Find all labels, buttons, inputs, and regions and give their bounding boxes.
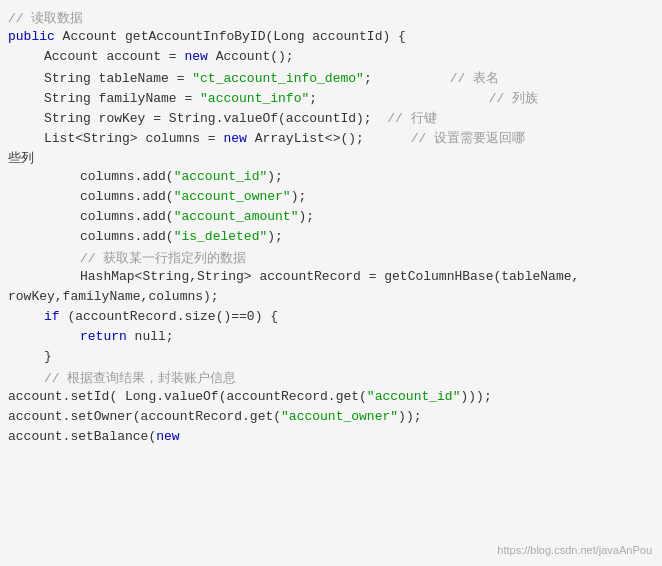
code-line: if (accountRecord.size()==0) { [0,308,662,328]
code-token: columns.add( [80,229,174,244]
code-token: account = [99,49,185,64]
code-token: ); [267,229,283,244]
code-token: ; [309,91,317,106]
code-token: rowKey,familyName,columns); [8,289,219,304]
code-token: new [184,49,207,64]
code-token: Account(); [208,49,294,64]
code-token: // 行键 [372,111,437,126]
code-token: null; [127,329,174,344]
code-token: "account_amount" [174,209,299,224]
code-line: // 获取某一行指定列的数据 [0,248,662,268]
code-viewer: // 读取数据public Account getAccountInfoByID… [0,0,662,566]
code-token: "ct_account_info_demo" [192,71,364,86]
code-token: tableName = [91,71,192,86]
code-token: account.setOwner(accountRecord.get( [8,409,281,424]
code-token: // 设置需要返回哪 [364,131,525,146]
code-token: 些列 [8,151,34,166]
code-token: List<String> columns = [44,131,223,146]
code-token: "account_owner" [174,189,291,204]
code-token: ; [364,71,372,86]
code-line: 些列 [0,148,662,168]
code-line: // 根据查询结果，封装账户信息 [0,368,662,388]
code-token: rowKey = String.valueOf(accountId); [91,111,372,126]
code-token: familyName = [91,91,200,106]
code-token: String [44,91,91,106]
code-token: // 列族 [317,91,538,106]
code-token: // 根据查询结果，封装账户信息 [44,371,236,386]
code-token: String [44,111,91,126]
code-token: ); [291,189,307,204]
watermark-text: https://blog.csdn.net/javaAnPou [497,544,652,556]
code-line: Account account = new Account(); [0,48,662,68]
code-token: ); [267,169,283,184]
code-line: } [0,348,662,368]
code-token: (accountRecord.size()==0) { [60,309,278,324]
code-line: account.setOwner(accountRecord.get("acco… [0,408,662,428]
code-token: if [44,309,60,324]
code-token: "account_info" [200,91,309,106]
code-line: rowKey,familyName,columns); [0,288,662,308]
code-token: String [44,71,91,86]
code-token: new [156,429,179,444]
code-token: ); [298,209,314,224]
code-line: columns.add("is_deleted"); [0,228,662,248]
code-token: // 获取某一行指定列的数据 [80,251,246,266]
code-token: public [8,29,55,44]
code-token: )); [398,409,421,424]
code-token: return [80,329,127,344]
code-line: columns.add("account_id"); [0,168,662,188]
code-token: Account [44,49,99,64]
code-token: "account_owner" [281,409,398,424]
code-token: "is_deleted" [174,229,268,244]
code-token: // 读取数据 [8,11,83,26]
code-line: HashMap<String,String> accountRecord = g… [0,268,662,288]
code-line: String tableName = "ct_account_info_demo… [0,68,662,88]
code-token: "account_id" [367,389,461,404]
code-line: account.setId( Long.valueOf(accountRecor… [0,388,662,408]
code-line: columns.add("account_owner"); [0,188,662,208]
code-line: List<String> columns = new ArrayList<>()… [0,128,662,148]
code-line: public Account getAccountInfoByID(Long a… [0,28,662,48]
code-line: columns.add("account_amount"); [0,208,662,228]
code-token: columns.add( [80,169,174,184]
code-token: account.setBalance( [8,429,156,444]
code-token: new [223,131,246,146]
code-line: // 读取数据 [0,8,662,28]
code-line: String familyName = "account_info"; // 列… [0,88,662,108]
code-token: } [44,349,52,364]
code-token: columns.add( [80,209,174,224]
code-token: HashMap<String,String> accountRecord = g… [80,269,579,284]
code-token: ))); [460,389,491,404]
code-line: return null; [0,328,662,348]
code-token: ArrayList<>(); [247,131,364,146]
code-token: Account getAccountInfoByID(Long accountI… [55,29,406,44]
code-line: String rowKey = String.valueOf(accountId… [0,108,662,128]
code-token: // 表名 [372,71,499,86]
code-token: columns.add( [80,189,174,204]
code-token: account.setId( Long.valueOf(accountRecor… [8,389,367,404]
code-line: account.setBalance(new [0,428,662,448]
code-token: "account_id" [174,169,268,184]
